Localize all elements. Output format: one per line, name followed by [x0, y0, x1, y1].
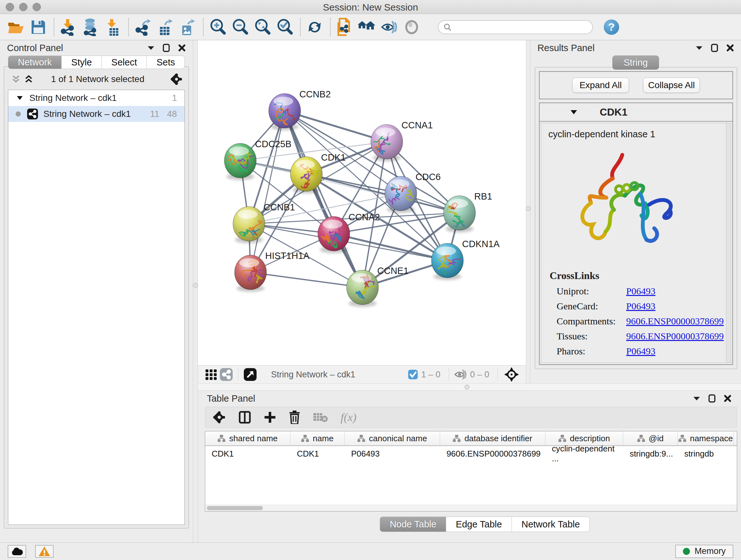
maximize-panel-button[interactable]: [709, 394, 716, 402]
string-network-badge-icon[interactable]: [219, 368, 233, 381]
node-CCNA1[interactable]: CCNA1: [371, 120, 433, 161]
splitter-handle[interactable]: [526, 206, 531, 211]
crosslink-link[interactable]: 9606.ENSP00000378699: [626, 331, 724, 341]
node-CDKN1A[interactable]: CDKN1A: [431, 239, 500, 283]
crosslink-link[interactable]: 9606.ENSP00000378699: [626, 316, 724, 327]
column-header--id[interactable]: @id: [623, 431, 678, 445]
show-column-button[interactable]: [239, 411, 251, 424]
tab-network[interactable]: Network: [8, 56, 62, 69]
column-header-database-identifier[interactable]: database identifier: [440, 431, 545, 445]
save-session-button[interactable]: [29, 17, 47, 37]
fit-selected-crosshair-button[interactable]: [504, 367, 519, 382]
tab-edge-table[interactable]: Edge Table: [446, 516, 512, 532]
help-button[interactable]: ?: [604, 19, 619, 35]
left-splitter[interactable]: [193, 40, 198, 543]
node-result-header[interactable]: CDK1: [540, 103, 732, 122]
close-panel-button[interactable]: [726, 44, 734, 52]
selected-checkbox-icon[interactable]: [408, 369, 418, 380]
warnings-button[interactable]: [35, 545, 54, 558]
network-row-selected[interactable]: String Network – cdk1 11 48: [8, 106, 185, 122]
cell-shared-name[interactable]: CDK1: [205, 446, 290, 461]
zoom-out-button[interactable]: [231, 17, 249, 37]
apply-layout-button[interactable]: [306, 17, 324, 37]
node-CCNE1[interactable]: CCNE1: [347, 266, 408, 307]
export-table-button[interactable]: [156, 17, 174, 37]
node-CCNB1[interactable]: CCNB1: [233, 202, 295, 248]
network-canvas[interactable]: CCNB2CCNA1CDC25BCDK1CDC6RB1CCNB1CCNA2CDK…: [198, 40, 526, 365]
crosslink-link[interactable]: P06493: [626, 301, 656, 312]
birds-eye-view-button[interactable]: [244, 368, 257, 381]
hidden-eye-slash-icon[interactable]: [454, 369, 467, 380]
memory-button[interactable]: Memory: [675, 545, 733, 558]
edge-CCNB2-CCNE1[interactable]: [285, 111, 362, 287]
tab-string[interactable]: String: [612, 56, 659, 70]
splitter-handle[interactable]: [465, 385, 469, 389]
network-graph[interactable]: CCNB2CCNA1CDC25BCDK1CDC6RB1CCNB1CCNA2CDK…: [198, 40, 526, 365]
new-network-from-selection-button[interactable]: [336, 17, 354, 37]
column-header-name[interactable]: name: [290, 431, 345, 445]
table-row[interactable]: CDK1CDK1P064939606.ENSP00000378699cyclin…: [205, 446, 737, 461]
zoom-fit-button[interactable]: [253, 17, 271, 37]
open-session-button[interactable]: [7, 17, 25, 37]
entry-collapse-arrow-icon[interactable]: [570, 110, 577, 115]
cell-namespace[interactable]: stringdb: [678, 446, 734, 461]
import-network-database-button[interactable]: [82, 17, 99, 37]
first-neighbors-button[interactable]: [358, 17, 376, 37]
tab-network-table[interactable]: Network Table: [512, 516, 590, 532]
node-CCNA2[interactable]: CCNA2: [318, 212, 380, 253]
cell--id[interactable]: stringdb:9...: [623, 446, 678, 461]
column-header-description[interactable]: description: [545, 431, 623, 445]
close-panel-button[interactable]: [724, 395, 731, 402]
edge-CCNA2-CDKN1A[interactable]: [334, 234, 448, 260]
cell-name[interactable]: CDK1: [290, 446, 345, 461]
crosslink-link[interactable]: P06493: [626, 346, 656, 357]
network-options-gear-icon[interactable]: [171, 73, 182, 85]
node-HIST1H1A[interactable]: HIST1H1A: [234, 251, 310, 292]
horizontal-splitter[interactable]: [198, 383, 741, 391]
results-scrollbar[interactable]: [726, 123, 731, 363]
import-table-button[interactable]: [104, 17, 122, 37]
float-panel-button[interactable]: [696, 46, 703, 50]
close-panel-button[interactable]: [178, 44, 186, 52]
splitter-handle[interactable]: [193, 283, 198, 288]
delete-column-button[interactable]: [289, 411, 300, 424]
tab-node-table[interactable]: Node Table: [380, 516, 446, 532]
collection-expand-arrow-icon[interactable]: [17, 96, 23, 100]
column-header-shared-name[interactable]: shared name: [205, 431, 290, 445]
show-graphics-details-button[interactable]: [403, 17, 421, 37]
float-panel-button[interactable]: [693, 396, 700, 401]
maximize-panel-button[interactable]: [163, 44, 170, 52]
column-header-namespace[interactable]: namespace: [678, 431, 734, 445]
export-network-button[interactable]: [134, 17, 152, 37]
tab-sets[interactable]: Sets: [147, 56, 185, 69]
search-field[interactable]: [438, 20, 593, 34]
maximize-panel-button[interactable]: [711, 44, 718, 52]
cell-database-identifier[interactable]: 9606.ENSP00000378699: [440, 446, 545, 461]
table-options-gear-button[interactable]: [213, 411, 226, 424]
show-grid-button[interactable]: [205, 368, 218, 381]
column-header-canonical-name[interactable]: canonical name: [345, 431, 440, 445]
tab-style[interactable]: Style: [62, 56, 102, 69]
float-panel-button[interactable]: [147, 46, 154, 50]
cell-canonical-name[interactable]: P06493: [345, 446, 440, 461]
scrollbar-thumb[interactable]: [207, 506, 263, 510]
network-collection-row[interactable]: String Network – cdk1 1: [8, 90, 185, 106]
hide-selected-button[interactable]: [381, 17, 398, 37]
expand-all-networks-button[interactable]: [24, 75, 33, 84]
zoom-in-button[interactable]: [209, 17, 226, 37]
node-RB1[interactable]: RB1: [444, 191, 492, 233]
collapse-all-button[interactable]: Collapse All: [643, 78, 700, 93]
import-network-file-button[interactable]: [59, 17, 77, 37]
right-splitter[interactable]: [526, 40, 530, 383]
search-input[interactable]: [452, 22, 587, 32]
edge-HIST1H1A-CCNE1[interactable]: [251, 272, 362, 287]
crosslink-link[interactable]: P06493: [626, 286, 656, 297]
export-image-button[interactable]: [179, 17, 197, 37]
cloud-status-button[interactable]: [8, 545, 26, 558]
cell-description[interactable]: cyclin-dependent ...: [545, 446, 623, 461]
zoom-selected-button[interactable]: [276, 17, 293, 37]
collapse-all-networks-button[interactable]: [12, 75, 20, 84]
expand-all-button[interactable]: Expand All: [572, 78, 629, 93]
create-column-button[interactable]: [264, 411, 276, 423]
tab-select[interactable]: Select: [102, 56, 147, 69]
